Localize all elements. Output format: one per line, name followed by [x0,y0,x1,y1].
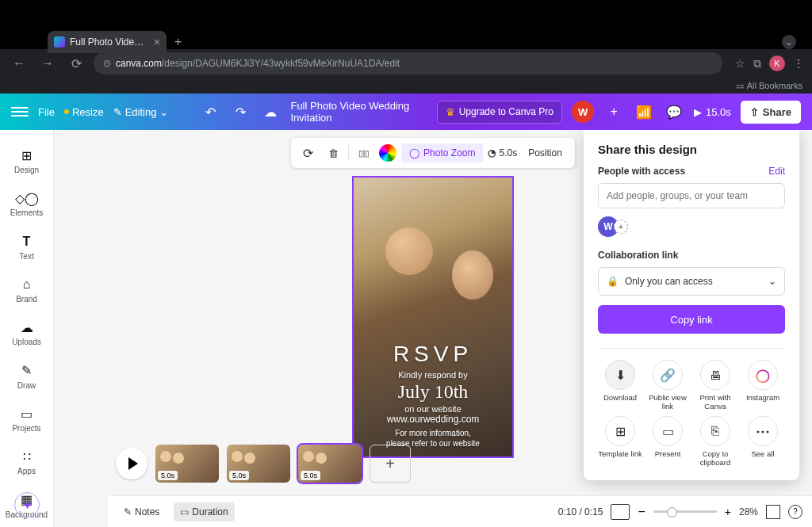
position-button[interactable]: Position [522,144,569,162]
zoom-minus[interactable]: − [638,505,645,519]
collab-link-label: Collaboration link [598,250,785,261]
info-line1: For more information, [360,428,506,438]
time-display: 0:10 / 0:15 [558,506,603,517]
add-people-input[interactable] [598,183,785,208]
rsvp-subtext: Kindly respond by [360,370,506,380]
flip-button[interactable] [354,143,374,163]
all-bookmarks-link[interactable]: ▭ All Bookmarks [736,81,802,91]
present-option[interactable]: ▭Present [645,416,690,468]
favicon-icon [54,36,65,48]
chevron-down-icon [768,276,776,287]
url-input[interactable]: ⊙ canva.com/design/DAGUM6KJi3Y/43wykkf59… [94,52,722,74]
url-path: /design/DAGUM6KJi3Y/43wykkf59vMeXirNuUA1… [162,58,400,69]
add-user-button[interactable]: + [603,101,624,122]
view-mode-button[interactable] [611,504,630,520]
tab-title: Full Photo Video Wedding Inv [70,36,149,48]
color-picker[interactable] [379,144,396,162]
upgrade-button[interactable]: ♛Upgrade to Canva Pro [437,101,562,124]
sparkle-icon: ✦ [22,498,33,513]
redo-button[interactable] [230,101,251,122]
delete-button[interactable] [323,143,343,163]
profile-avatar[interactable]: K [769,55,785,71]
sync-status-icon[interactable] [260,101,281,122]
canvas-area[interactable]: ◯Photo Zoom 5.0s Position RSVP Kindly re… [54,130,812,527]
brand-icon: ⌂ [19,277,35,292]
close-icon[interactable]: × [154,36,160,48]
rail-elements[interactable]: ◇◯Elements [0,182,53,225]
design-title[interactable]: Full Photo Video Wedding Invitation [290,100,427,124]
clip-3[interactable]: ▼5.0s [298,445,362,483]
print-option[interactable]: Print with Canva [693,360,737,411]
crown-icon: ♛ [446,106,455,118]
clip-2[interactable]: 5.0s [227,445,290,483]
user-avatar[interactable]: W [572,101,594,123]
resize-button[interactable]: Resize [64,106,104,118]
pencil-icon: ✎ [113,106,122,118]
canva-header: File Resize ✎Editing⌄ Full Photo Video W… [0,94,812,130]
zoom-level: 28% [739,506,758,517]
copy-link-button[interactable]: Copy link [598,305,785,334]
reload-button[interactable]: ⟳ [65,52,87,74]
analytics-icon[interactable]: 📶 [634,101,654,122]
play-preview-button[interactable]: ▶15.0s [694,106,731,118]
window-menu-icon[interactable]: ⌄ [782,35,796,49]
undo-button[interactable] [200,101,220,122]
url-icons: ☆ ⧉ K ⋮ [735,55,804,71]
browser-tab[interactable]: Full Photo Video Wedding Inv × [48,31,167,53]
comment-icon[interactable]: 💬 [664,101,684,122]
editor: ⊞Design ◇◯Elements TText ⌂Brand ☁Uploads… [0,130,812,527]
rail-projects[interactable]: ▭Projects [0,398,53,441]
timing-button[interactable]: 5.0s [488,147,517,158]
see-all-option[interactable]: See all [741,416,785,468]
chevron-down-icon: ⌄ [159,106,168,118]
clip-1[interactable]: 5.0s [155,445,219,483]
crown-dot-icon [64,109,69,114]
star-icon[interactable]: ☆ [735,57,745,70]
download-icon [605,360,635,390]
photo-zoom-button[interactable]: ◯Photo Zoom [401,143,483,162]
rail-uploads[interactable]: ☁Uploads [0,311,53,354]
menu-icon[interactable] [11,103,29,120]
forward-button[interactable]: → [36,52,59,74]
timeline-play-button[interactable] [116,448,147,479]
access-dropdown[interactable]: Only you can access [598,267,785,296]
rail-text[interactable]: TText [0,226,53,269]
template-link-option[interactable]: Template link [598,416,642,468]
draw-icon: ✎ [19,363,35,379]
file-menu[interactable]: File [38,106,55,118]
fullscreen-button[interactable] [766,505,780,519]
rail-draw[interactable]: ✎Draw [0,355,53,398]
design-canvas[interactable]: RSVP Kindly respond by July 10th on our … [352,176,514,458]
animate-button[interactable] [297,143,318,163]
browser-menu-icon[interactable]: ⋮ [793,57,804,70]
instagram-option[interactable]: ◯Instagram [741,360,785,411]
zoom-plus[interactable]: + [725,506,731,518]
new-tab-button[interactable]: + [174,35,182,49]
browser-tabbar: Full Photo Video Wedding Inv × + ⌄ [0,0,812,49]
bookmark-bar: ▭ All Bookmarks [0,78,812,94]
download-option[interactable]: Download [598,360,642,411]
rail-design[interactable]: ⊞Design [0,139,53,182]
effect-icon: ◯ [409,147,419,158]
rail-apps[interactable]: ∷Apps [0,441,53,483]
zoom-slider[interactable] [653,510,717,513]
copy-clipboard-option[interactable]: Copy to clipboard [693,416,737,468]
rail-brand[interactable]: ⌂Brand [0,269,53,311]
share-button[interactable]: ⇧Share [741,101,801,124]
edit-access-link[interactable]: Edit [768,166,785,177]
website-url: www.ourwedding.com [360,414,506,425]
timeline-icon: ▭ [180,506,189,517]
back-button[interactable]: ← [8,52,30,74]
extensions-icon[interactable]: ⧉ [753,57,761,71]
add-collaborator-button[interactable]: + [614,220,628,234]
website-label: on our website [360,404,506,414]
magic-button[interactable]: ✦ [14,492,40,517]
editing-button[interactable]: ✎Editing⌄ [113,106,169,118]
notes-button[interactable]: ✎Notes [117,502,166,521]
add-page-button[interactable]: + [370,445,411,483]
duration-button[interactable]: ▭Duration [174,502,234,521]
public-view-option[interactable]: 🔗Public view link [645,360,690,411]
help-button[interactable]: ? [788,505,802,519]
present-icon: ▭ [653,416,683,446]
avatar-row: W + [598,216,785,237]
